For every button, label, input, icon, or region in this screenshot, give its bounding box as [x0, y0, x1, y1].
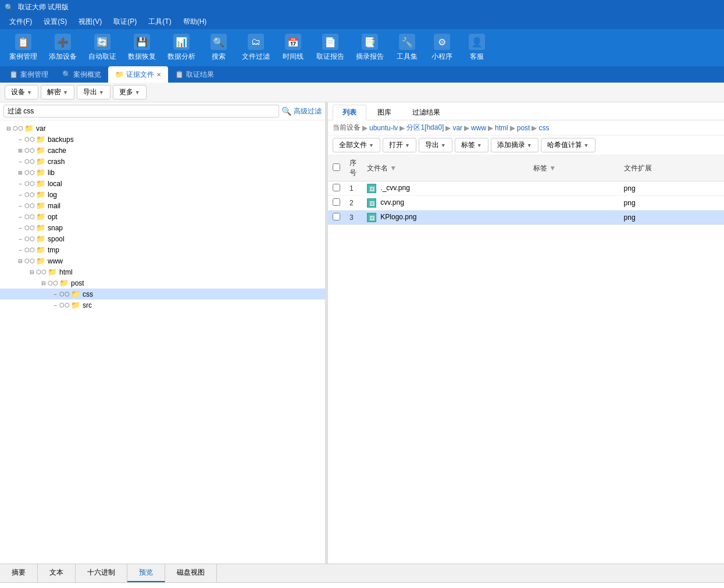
tree-node-src[interactable]: – ⬡⬡ 📁 src [0, 300, 325, 311]
toolbar-applet[interactable]: ⚙ 小程序 [426, 31, 458, 64]
timeline-icon: 📅 [285, 34, 301, 50]
folder-icon-www: 📁 [36, 256, 45, 265]
device-button[interactable]: 设备 ▼ [5, 85, 38, 99]
breadcrumb-html[interactable]: html [495, 124, 508, 132]
toolbar-excerpt-report[interactable]: 📑 摘录报告 [351, 31, 388, 64]
row2-checkbox[interactable] [333, 198, 340, 206]
tree-node-local[interactable]: – ⬡⬡ 📁 local [0, 178, 325, 189]
toolbar-add-device[interactable]: ➕ 添加设备 [44, 31, 81, 64]
toolbar-search[interactable]: 🔍 搜索 [202, 31, 235, 64]
menu-settings[interactable]: 设置(S) [39, 16, 72, 28]
right-tab-list[interactable]: 列表 [333, 105, 366, 120]
advanced-search-link[interactable]: 高级过滤 [294, 106, 322, 116]
search-button[interactable]: 🔍 [281, 106, 291, 116]
bottom-tab-summary[interactable]: 摘要 [0, 564, 38, 582]
node-label-backups: backups [48, 136, 74, 144]
expand-icon-log: – [16, 191, 24, 199]
row2-filename: 🖼 cvv.png [362, 196, 529, 211]
tree-node-snap[interactable]: – ⬡⬡ 📁 snap [0, 222, 325, 233]
th-checkbox[interactable] [328, 155, 345, 181]
tree-node-cache[interactable]: ⊞ ⬡⬡ 📁 cache [0, 145, 325, 156]
toolbar-timeline[interactable]: 📅 时间线 [277, 31, 309, 64]
all-files-arrow: ▼ [369, 142, 374, 148]
tree-node-crash[interactable]: – ⬡⬡ 📁 crash [0, 156, 325, 167]
table-row[interactable]: 1 🖼 ._cvv.png png [328, 181, 724, 196]
select-all-checkbox[interactable] [333, 163, 340, 171]
tree-node-www[interactable]: ⊟ ⬡⬡ 📁 www [0, 255, 325, 266]
toolbar-support[interactable]: 👤 客服 [461, 31, 493, 64]
decrypt-button[interactable]: 解密 ▼ [41, 85, 74, 99]
expand-icon-crash: – [16, 158, 24, 166]
breadcrumb-sep2: ▶ [400, 124, 405, 132]
toolbar-case-mgmt[interactable]: 📋 案例管理 [5, 31, 42, 64]
search-input[interactable] [3, 105, 279, 117]
preview-area: Krick Post Global Logistics [0, 583, 724, 588]
file-action-bar: 全部文件 ▼ 打开 ▼ 导出 ▼ 标签 ▼ 添加摘录 ▼ [328, 136, 724, 155]
toolbar-forensics-report[interactable]: 📄 取证报告 [312, 31, 349, 64]
menu-help[interactable]: 帮助(H) [179, 16, 212, 28]
tree-node-mail[interactable]: – ⬡⬡ 📁 mail [0, 200, 325, 211]
menu-view[interactable]: 视图(V) [74, 16, 106, 28]
row1-checkbox[interactable] [333, 184, 340, 191]
tab-evidence-file[interactable]: 📁 证据文件 ✕ [108, 66, 168, 83]
hash-arrow: ▼ [584, 142, 589, 148]
node-label-post: post [71, 279, 84, 287]
tree-node-lib[interactable]: ⊞ ⬡⬡ 📁 lib [0, 167, 325, 178]
tab-case-mgmt[interactable]: 📋 案例管理 [2, 66, 55, 83]
breadcrumb-www[interactable]: www [471, 124, 486, 132]
row3-num: 3 [345, 211, 362, 225]
tab-forensics-result[interactable]: 📋 取证结果 [168, 66, 221, 83]
bottom-tab-disk[interactable]: 磁盘视图 [165, 564, 217, 582]
folder-icon-var: 📁 [24, 124, 34, 133]
breadcrumb-var[interactable]: var [452, 124, 462, 132]
tree-node-html[interactable]: ⊟ ⬡⬡ 📁 html [0, 266, 325, 277]
all-files-button[interactable]: 全部文件 ▼ [333, 138, 380, 152]
bottom-tab-text[interactable]: 文本 [38, 564, 76, 582]
more-dropdown-arrow: ▼ [135, 90, 140, 95]
more-button[interactable]: 更多 ▼ [113, 85, 147, 99]
breadcrumb-post[interactable]: post [517, 124, 530, 132]
node-label-var: var [36, 124, 46, 133]
expand-icon-mail: – [16, 202, 24, 210]
toolbar-auto-forensics[interactable]: 🔄 自动取证 [84, 31, 121, 64]
bottom-tab-preview[interactable]: 预览 [127, 564, 165, 582]
toolbar-toolset[interactable]: 🔧 工具集 [391, 31, 423, 64]
tree-node-var[interactable]: ⊟ ⬡⬡ 📁 var [0, 123, 325, 134]
menu-forensics[interactable]: 取证(P) [109, 16, 141, 28]
toolbar-file-filter[interactable]: 🗂 文件过滤 [237, 31, 274, 64]
tree-node-tmp[interactable]: – ⬡⬡ 📁 tmp [0, 244, 325, 255]
menu-file[interactable]: 文件(F) [5, 16, 37, 28]
toolbar-data-analysis[interactable]: 📊 数据分析 [163, 31, 200, 64]
expand-icon-cache: ⊞ [16, 147, 24, 155]
export-button[interactable]: 导出 ▼ [77, 85, 110, 99]
close-tab-icon[interactable]: ✕ [156, 72, 161, 78]
add-excerpt-button[interactable]: 添加摘录 ▼ [491, 138, 538, 152]
tree-node-backups[interactable]: – ⬡⬡ 📁 backups [0, 134, 325, 145]
tag-button[interactable]: 标签 ▼ [455, 138, 488, 152]
folder-icon-tmp: 📁 [36, 245, 45, 254]
breadcrumb-css[interactable]: css [538, 124, 549, 132]
menu-tools[interactable]: 工具(T) [144, 16, 176, 28]
table-row[interactable]: 2 🖼 cvv.png png [328, 196, 724, 211]
title-bar: 🔍 取证大师 试用版 [0, 0, 724, 15]
toolbar-data-recovery[interactable]: 💾 数据恢复 [123, 31, 161, 64]
folder-icon-cache: 📁 [36, 146, 45, 155]
tab-case-overview[interactable]: 🔍 案例概览 [55, 66, 108, 83]
tree-node-post[interactable]: ⊟ ⬡⬡ 📁 post [0, 277, 325, 288]
bottom-tab-hex[interactable]: 十六进制 [76, 564, 127, 582]
row3-checkbox[interactable] [333, 213, 340, 220]
row3-ext: png [619, 211, 724, 225]
export-file-button[interactable]: 导出 ▼ [419, 138, 452, 152]
table-row[interactable]: 3 🖼 KPlogo.png png [328, 211, 724, 225]
hash-button[interactable]: 哈希值计算 ▼ [541, 138, 595, 152]
tree-node-log[interactable]: – ⬡⬡ 📁 log [0, 189, 325, 200]
breadcrumb-partition[interactable]: 分区1[hda0] [406, 123, 444, 133]
open-button[interactable]: 打开 ▼ [383, 138, 416, 152]
breadcrumb-ubuntu[interactable]: ubuntu-lv [369, 124, 398, 132]
tree-node-spool[interactable]: – ⬡⬡ 📁 spool [0, 233, 325, 244]
breadcrumb-sep5: ▶ [488, 124, 493, 132]
right-tab-filter[interactable]: 过滤结果 [402, 105, 450, 120]
right-tab-gallery[interactable]: 图库 [368, 105, 401, 120]
tree-node-css[interactable]: – ⬡⬡ 📁 css [0, 288, 325, 300]
tree-node-opt[interactable]: – ⬡⬡ 📁 opt [0, 211, 325, 222]
